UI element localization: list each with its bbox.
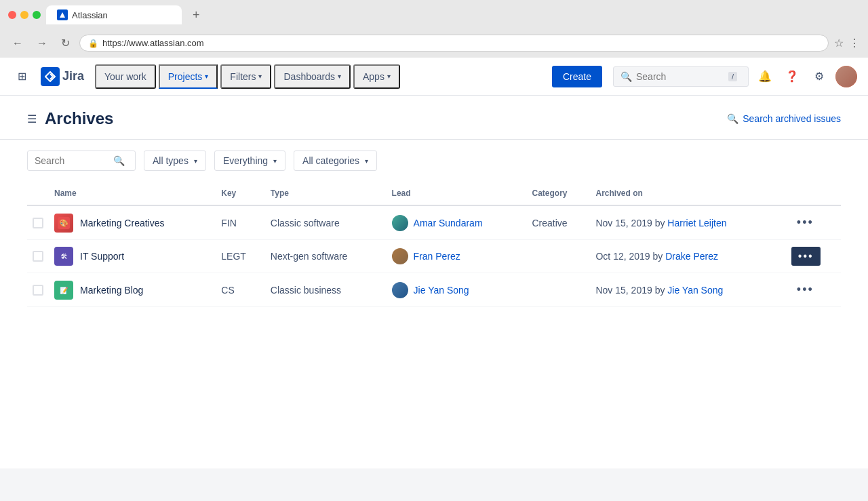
- header-name: Name: [49, 182, 216, 205]
- row3-lead-name[interactable]: Jie Yan Song: [414, 285, 469, 296]
- address-bar[interactable]: 🔒 https://www.atlassian.com: [79, 35, 829, 52]
- url-text: https://www.atlassian.com: [102, 38, 204, 48]
- row2-lead: Fran Perez: [392, 248, 521, 264]
- forward-button[interactable]: →: [33, 35, 52, 52]
- back-button[interactable]: ←: [8, 35, 27, 52]
- everything-filter-label: Everything: [223, 155, 268, 166]
- browser-titlebar: Atlassian +: [8, 5, 860, 24]
- browser-tab[interactable]: Atlassian: [46, 5, 182, 24]
- svg-text:🎨: 🎨: [59, 218, 68, 228]
- header-category: Category: [526, 182, 590, 205]
- app-container: ⊞ Jira Your work Projects ▾ Filters ▾ Da…: [0, 58, 868, 468]
- svg-text:📝: 📝: [60, 286, 68, 295]
- row2-archived-by[interactable]: Drake Perez: [665, 251, 718, 262]
- type-filter[interactable]: All types ▾: [144, 151, 206, 171]
- name-search-input[interactable]: [35, 155, 109, 166]
- search-input[interactable]: [636, 71, 724, 82]
- everything-filter-chevron-icon: ▾: [273, 157, 277, 165]
- tab-favicon: [57, 9, 68, 20]
- svg-marker-0: [60, 12, 65, 18]
- archives-title-wrap: ☰ Archives: [27, 109, 113, 128]
- jira-logo-text: Jira: [62, 69, 84, 83]
- nav-filters[interactable]: Filters ▾: [220, 64, 271, 89]
- help-button[interactable]: ❓: [781, 66, 803, 87]
- row3-checkbox[interactable]: [33, 285, 43, 296]
- search-archived-icon: 🔍: [727, 113, 738, 124]
- row2-key-cell: LEGT: [216, 240, 265, 273]
- table-row: 🛠 IT Support LEGT Next-gen software: [27, 240, 841, 273]
- header-archived-on: Archived on: [590, 182, 785, 205]
- table-row: 📝 Marketing Blog CS Classic business: [27, 273, 841, 307]
- search-icon: 🔍: [620, 71, 632, 82]
- grid-menu-icon[interactable]: ⊞: [11, 66, 33, 87]
- row3-project-icon: 📝: [54, 281, 73, 300]
- settings-button[interactable]: ⚙: [808, 66, 830, 87]
- nav-apps[interactable]: Apps ▾: [353, 64, 400, 89]
- row3-type-cell: Classic business: [265, 273, 387, 307]
- jira-logo: Jira: [41, 67, 84, 86]
- row2-checkbox-cell: [27, 240, 49, 273]
- table-header: Name Key Type Lead Category Archived on: [27, 182, 841, 205]
- category-filter-chevron-icon: ▾: [365, 157, 368, 165]
- more-options-button[interactable]: ⋮: [849, 37, 860, 49]
- type-filter-chevron-icon: ▾: [194, 157, 197, 165]
- global-search-bar[interactable]: 🔍 /: [613, 66, 749, 87]
- sidebar-toggle-icon[interactable]: ☰: [27, 113, 37, 125]
- browser-toolbar: ← → ↻ 🔒 https://www.atlassian.com ☆ ⋮: [8, 30, 860, 58]
- close-window-btn[interactable]: [8, 11, 16, 19]
- minimize-window-btn[interactable]: [20, 11, 28, 19]
- notifications-button[interactable]: 🔔: [754, 66, 776, 87]
- row1-archived-by[interactable]: Harriet Leijten: [667, 218, 726, 228]
- row2-archived-date: Oct 12, 2019 by Drake Perez: [595, 251, 718, 262]
- table-body: 🎨 Marketing Creatives FIN Classic softwa…: [27, 205, 841, 307]
- everything-filter[interactable]: Everything ▾: [214, 151, 285, 171]
- nav-items: Your work Projects ▾ Filters ▾ Dashboard…: [95, 64, 552, 89]
- header-checkbox-col: [27, 182, 49, 205]
- row3-checkbox-cell: [27, 273, 49, 307]
- row2-key: LEGT: [221, 251, 246, 262]
- nav-your-work[interactable]: Your work: [95, 64, 156, 89]
- maximize-window-btn[interactable]: [33, 11, 41, 19]
- row3-archived-by[interactable]: Jie Yan Song: [667, 285, 723, 296]
- header-type: Type: [265, 182, 387, 205]
- page-content: ☰ Archives 🔍 Search archived issues 🔍 Al…: [0, 96, 868, 468]
- nav-projects[interactable]: Projects ▾: [159, 64, 218, 89]
- jira-logo-icon: [41, 67, 60, 86]
- row3-archived-cell: Nov 15, 2019 by Jie Yan Song: [590, 273, 785, 307]
- row2-checkbox[interactable]: [33, 251, 43, 262]
- row1-name-text: Marketing Creatives: [80, 218, 165, 228]
- row2-actions-button[interactable]: •••: [791, 247, 821, 266]
- nav-dashboards[interactable]: Dashboards ▾: [274, 64, 351, 89]
- row1-type-cell: Classic software: [265, 205, 387, 240]
- filters-row: 🔍 All types ▾ Everything ▾ All categorie…: [0, 140, 868, 182]
- row1-type: Classic software: [271, 218, 340, 228]
- refresh-button[interactable]: ↻: [57, 34, 74, 52]
- row3-name-text: Marketing Blog: [80, 285, 143, 296]
- row1-archived-cell: Nov 15, 2019 by Harriet Leijten: [590, 205, 785, 240]
- row2-project-name: 🛠 IT Support: [54, 247, 210, 266]
- bookmark-button[interactable]: ☆: [834, 37, 844, 49]
- header-actions: [786, 182, 841, 205]
- row1-checkbox-cell: [27, 205, 49, 240]
- row1-lead-name[interactable]: Amar Sundaram: [414, 218, 483, 228]
- new-tab-button[interactable]: +: [187, 7, 205, 24]
- create-button[interactable]: Create: [552, 66, 602, 87]
- type-filter-label: All types: [153, 155, 189, 166]
- row1-actions-button[interactable]: •••: [791, 213, 819, 233]
- row2-type: Next-gen software: [271, 251, 348, 262]
- row1-checkbox[interactable]: [33, 218, 43, 228]
- row1-lead-cell: Amar Sundaram: [387, 205, 527, 240]
- category-filter[interactable]: All categories ▾: [294, 151, 377, 171]
- row1-lead: Amar Sundaram: [392, 215, 521, 231]
- category-filter-label: All categories: [302, 155, 359, 166]
- name-search-filter[interactable]: 🔍: [27, 151, 136, 171]
- search-archived-issues-button[interactable]: 🔍 Search archived issues: [727, 113, 841, 124]
- page-title: Archives: [45, 109, 113, 128]
- row3-actions-button[interactable]: •••: [791, 280, 819, 300]
- row1-key: FIN: [221, 218, 237, 228]
- user-avatar[interactable]: [835, 66, 857, 87]
- row2-lead-name[interactable]: Fran Perez: [414, 251, 460, 262]
- archives-table: Name Key Type Lead Category Archived on: [27, 182, 841, 307]
- search-archived-label: Search archived issues: [743, 113, 841, 124]
- row3-actions-cell: •••: [786, 273, 841, 307]
